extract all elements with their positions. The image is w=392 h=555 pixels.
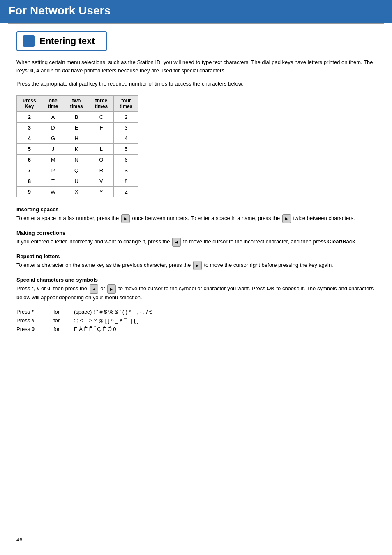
char-cell: 5 bbox=[114, 144, 138, 155]
special-chars-value: (space) ! " # $ % & ' ( ) * + , - . / € bbox=[74, 308, 156, 316]
key-table: PressKey onetime twotimes threetimes fou… bbox=[16, 95, 138, 197]
char-cell: S bbox=[114, 165, 138, 176]
making-corrections-heading: Making corrections bbox=[16, 230, 376, 236]
press-key-cell: 6 bbox=[17, 155, 42, 165]
press-key-cell: 8 bbox=[17, 176, 42, 187]
press-key-cell: 3 bbox=[17, 123, 42, 133]
col-header-press-key: PressKey bbox=[17, 96, 42, 112]
col-header-four: fourtimes bbox=[114, 96, 138, 112]
page-wrapper: For Network Users Entering text When set… bbox=[0, 0, 392, 555]
char-cell: K bbox=[64, 144, 89, 155]
table-header-row: PressKey onetime twotimes threetimes fou… bbox=[17, 96, 138, 112]
special-chars-heading: Special characters and symbols bbox=[16, 277, 376, 283]
char-cell: X bbox=[64, 187, 89, 197]
intro-para2: Press the appropriate dial pad key the r… bbox=[16, 80, 376, 88]
arrow-right-button-3 bbox=[193, 261, 202, 270]
arrow-left-button-2 bbox=[90, 284, 98, 294]
table-row: 9WXYZ bbox=[17, 187, 138, 197]
main-content: Entering text When setting certain menu … bbox=[0, 24, 392, 350]
arrow-left-button bbox=[172, 238, 181, 247]
table-row: 3DEF3 bbox=[17, 123, 138, 133]
arrow-right-button-2 bbox=[282, 214, 291, 223]
col-header-three: threetimes bbox=[89, 96, 113, 112]
char-cell: O bbox=[89, 155, 113, 165]
repeating-letters-heading: Repeating letters bbox=[16, 253, 376, 259]
char-cell: 4 bbox=[114, 133, 138, 144]
char-cell: G bbox=[42, 133, 64, 144]
special-for: for bbox=[53, 316, 74, 325]
char-cell: Y bbox=[89, 187, 113, 197]
special-chars-row: Press 0forÉ À È Ê Î Ç Ë Ö 0 bbox=[16, 325, 156, 333]
char-cell: E bbox=[64, 123, 89, 133]
char-cell: B bbox=[64, 112, 89, 123]
char-cell: W bbox=[42, 187, 64, 197]
table-row: 6MNO6 bbox=[17, 155, 138, 165]
special-for: for bbox=[53, 325, 74, 333]
table-row: 7PQRS bbox=[17, 165, 138, 176]
char-cell: T bbox=[42, 176, 64, 187]
special-for: for bbox=[53, 308, 74, 316]
char-cell: 3 bbox=[114, 123, 138, 133]
section-title-bar: Entering text bbox=[16, 31, 107, 51]
press-key-cell: 7 bbox=[17, 165, 42, 176]
special-chars-row: Press #for: ; < = > ? @ [ ] ^ _ ¥ ¯ ' | … bbox=[16, 316, 156, 325]
press-key-cell: 5 bbox=[17, 144, 42, 155]
char-cell: 2 bbox=[114, 112, 138, 123]
col-header-one: onetime bbox=[42, 96, 64, 112]
char-cell: M bbox=[42, 155, 64, 165]
arrow-right-button-1 bbox=[121, 214, 130, 223]
table-row: 5JKL5 bbox=[17, 144, 138, 155]
special-key: Press 0 bbox=[16, 325, 53, 333]
char-cell: A bbox=[42, 112, 64, 123]
table-row: 2ABC2 bbox=[17, 112, 138, 123]
char-cell: 8 bbox=[114, 176, 138, 187]
arrow-right-button-4 bbox=[107, 284, 116, 294]
char-cell: Q bbox=[64, 165, 89, 176]
special-key: Press # bbox=[16, 316, 53, 325]
section-title: Entering text bbox=[39, 36, 95, 46]
page-title: For Network Users bbox=[8, 4, 384, 17]
char-cell: L bbox=[89, 144, 113, 155]
inserting-spaces-text: To enter a space in a fax number, press … bbox=[16, 214, 376, 223]
special-chars-row: Press *for(space) ! " # $ % & ' ( ) * + … bbox=[16, 308, 156, 316]
inserting-spaces-heading: Inserting spaces bbox=[16, 206, 376, 213]
repeating-letters-text: To enter a character on the same key as … bbox=[16, 261, 376, 270]
char-cell: R bbox=[89, 165, 113, 176]
char-cell: J bbox=[42, 144, 64, 155]
press-key-cell: 9 bbox=[17, 187, 42, 197]
special-chars-table: Press *for(space) ! " # $ % & ' ( ) * + … bbox=[16, 308, 156, 333]
char-cell: P bbox=[42, 165, 64, 176]
col-header-two: twotimes bbox=[64, 96, 89, 112]
making-corrections-text: If you entered a letter incorrectly and … bbox=[16, 238, 376, 247]
special-chars-value: : ; < = > ? @ [ ] ^ _ ¥ ¯ ' | { } bbox=[74, 316, 156, 325]
char-cell: I bbox=[89, 133, 113, 144]
section-icon bbox=[23, 35, 35, 47]
special-chars-value: É À È Ê Î Ç Ë Ö 0 bbox=[74, 325, 156, 333]
press-key-cell: 2 bbox=[17, 112, 42, 123]
char-cell: V bbox=[89, 176, 113, 187]
char-cell: N bbox=[64, 155, 89, 165]
char-cell: Z bbox=[114, 187, 138, 197]
char-cell: 6 bbox=[114, 155, 138, 165]
special-chars-text: Press *, # or 0, then press the or to mo… bbox=[16, 284, 376, 302]
intro-para1: When setting certain menu selections, su… bbox=[16, 58, 376, 75]
char-cell: U bbox=[64, 176, 89, 187]
char-cell: F bbox=[89, 123, 113, 133]
char-cell: H bbox=[64, 133, 89, 144]
table-header: PressKey onetime twotimes threetimes fou… bbox=[17, 96, 138, 112]
page-header: For Network Users bbox=[0, 0, 392, 23]
char-cell: C bbox=[89, 112, 113, 123]
press-key-cell: 4 bbox=[17, 133, 42, 144]
char-cell: D bbox=[42, 123, 64, 133]
page-number: 46 bbox=[16, 536, 22, 543]
table-body: 2ABC23DEF34GHI45JKL56MNO67PQRS8TUV89WXYZ bbox=[17, 112, 138, 197]
special-key: Press * bbox=[16, 308, 53, 316]
table-row: 8TUV8 bbox=[17, 176, 138, 187]
table-row: 4GHI4 bbox=[17, 133, 138, 144]
